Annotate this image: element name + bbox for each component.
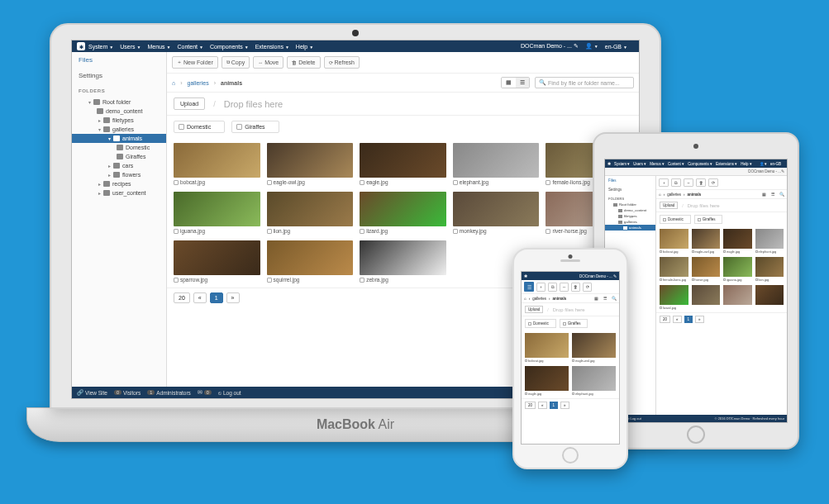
- file-item[interactable]: monkey.jpg: [453, 192, 540, 234]
- t-menu-menus[interactable]: Menus ▾: [650, 162, 665, 166]
- file-item[interactable]: [755, 285, 784, 310]
- checkbox[interactable]: [546, 229, 550, 234]
- menu-menus[interactable]: Menus▼: [148, 44, 171, 50]
- t-tree-filetypes[interactable]: filetypes: [605, 213, 655, 219]
- p-group-domestic[interactable]: Domestic: [525, 319, 556, 328]
- joomla-icon[interactable]: ✱: [607, 162, 611, 166]
- joomla-icon[interactable]: ✱: [524, 274, 527, 278]
- logout-link[interactable]: ⎋ Log out: [218, 390, 241, 396]
- p-search-icon[interactable]: 🔍: [612, 296, 617, 301]
- file-item[interactable]: [723, 285, 752, 310]
- checkbox[interactable]: [267, 180, 272, 185]
- home-icon[interactable]: ⌂: [659, 193, 661, 197]
- tablet-home-button[interactable]: [687, 426, 705, 444]
- file-item[interactable]: elephant.jpg: [453, 143, 540, 185]
- pager-next[interactable]: »: [226, 292, 240, 303]
- p-site[interactable]: DOCman Demo - ...: [579, 274, 612, 278]
- checkbox[interactable]: [360, 229, 364, 234]
- delete-button[interactable]: 🗑Delete: [287, 56, 320, 69]
- p-move-button[interactable]: ↔: [560, 283, 569, 292]
- view-site-link[interactable]: 🔗 View Site: [77, 389, 107, 396]
- file-item[interactable]: eagle.jpg: [525, 366, 569, 396]
- copy-button[interactable]: ⧉Copy: [222, 56, 250, 69]
- t-tree-galleries[interactable]: galleries: [605, 219, 655, 225]
- upload-button[interactable]: Upload: [174, 97, 205, 110]
- checkbox[interactable]: [453, 180, 458, 185]
- checkbox[interactable]: [236, 124, 242, 130]
- checkbox[interactable]: [267, 278, 272, 283]
- t-bc-galleries[interactable]: galleries: [667, 193, 681, 197]
- t-list-icon[interactable]: ☰: [771, 192, 774, 197]
- group-domestic[interactable]: Domestic: [174, 121, 225, 133]
- t-menu-users[interactable]: Users ▾: [633, 162, 646, 166]
- t-new-button[interactable]: ＋: [659, 178, 669, 187]
- file-item[interactable]: lizard.jpg: [360, 192, 446, 234]
- phone-home-button[interactable]: [562, 447, 579, 464]
- tree-filetypes[interactable]: ▸filetypes: [72, 116, 166, 125]
- p-copy-button[interactable]: ⧉: [548, 283, 557, 292]
- user-menu[interactable]: 👤▼: [585, 43, 598, 50]
- menu-system[interactable]: System▼: [88, 44, 113, 50]
- sidebar-tab-settings[interactable]: Settings: [72, 68, 166, 83]
- file-item[interactable]: horse.jpg: [692, 257, 721, 282]
- messages-count[interactable]: ✉ 0: [198, 389, 212, 396]
- p-pager-next[interactable]: »: [560, 402, 569, 409]
- menu-extensions[interactable]: Extensions▼: [255, 44, 289, 50]
- t-delete-button[interactable]: 🗑: [696, 178, 706, 187]
- checkbox[interactable]: [546, 180, 550, 185]
- t-pager-next[interactable]: »: [695, 316, 704, 323]
- checkbox[interactable]: [360, 180, 364, 185]
- t-tree-demo[interactable]: demo_content: [605, 207, 655, 213]
- breadcrumb-home-icon[interactable]: ⌂: [172, 80, 175, 86]
- file-item[interactable]: eagle.jpg: [360, 143, 446, 185]
- p-new-button[interactable]: ＋: [536, 283, 546, 292]
- tree-cars[interactable]: ▸cars: [72, 161, 166, 170]
- p-pager-prev[interactable]: «: [538, 402, 547, 409]
- search-input[interactable]: 🔍Find by file or folder name...: [535, 77, 634, 88]
- tree-root[interactable]: ▾Root folder: [72, 97, 166, 107]
- t-pager-prev[interactable]: «: [673, 316, 682, 323]
- tree-user-content[interactable]: ▸user_content: [72, 188, 166, 197]
- p-refresh-button[interactable]: ⟳: [583, 283, 592, 292]
- site-link[interactable]: DOCman Demo - ... ✎: [521, 43, 579, 50]
- p-grid-icon[interactable]: ▦: [594, 296, 598, 301]
- upload-area[interactable]: Upload / Drop files here: [167, 93, 639, 116]
- t-tab-settings[interactable]: Settings: [605, 185, 655, 194]
- t-menu-components[interactable]: Components ▾: [688, 162, 712, 166]
- file-item[interactable]: [692, 285, 721, 310]
- file-item[interactable]: lizard.jpg: [660, 285, 688, 310]
- tree-galleries[interactable]: ▾galleries: [72, 125, 166, 134]
- list-view-button[interactable]: ☰: [516, 78, 529, 88]
- menu-components[interactable]: Components▼: [210, 44, 249, 50]
- breadcrumb-galleries[interactable]: galleries: [188, 80, 209, 86]
- file-item[interactable]: squirrel.jpg: [267, 240, 354, 283]
- t-tree-root[interactable]: Root folder: [605, 202, 655, 207]
- new-folder-button[interactable]: ＋New Folder: [172, 56, 218, 69]
- tree-demo-content[interactable]: demo_content: [72, 107, 166, 116]
- checkbox[interactable]: [267, 229, 272, 234]
- t-user-menu[interactable]: 👤▾: [760, 162, 767, 166]
- t-lang[interactable]: en-GB: [770, 162, 781, 166]
- t-upload-row[interactable]: Upload / Drop files here: [656, 199, 787, 212]
- t-search-icon[interactable]: 🔍: [779, 192, 784, 197]
- file-item[interactable]: bobcat.jpg: [660, 229, 688, 254]
- menu-users[interactable]: Users▼: [120, 44, 141, 50]
- pager-prev[interactable]: «: [193, 292, 207, 303]
- t-menu-system[interactable]: System ▾: [614, 162, 630, 166]
- file-item[interactable]: elephant.jpg: [755, 229, 784, 254]
- file-item[interactable]: bobcat.jpg: [525, 333, 569, 363]
- t-page-size[interactable]: 20: [660, 316, 670, 323]
- tree-animals[interactable]: ▾animals: [72, 134, 166, 143]
- file-item[interactable]: eagle-owl.jpg: [692, 229, 721, 254]
- file-item[interactable]: iguana.jpg: [723, 257, 752, 282]
- home-icon[interactable]: ⌂: [524, 297, 526, 301]
- hamburger-icon[interactable]: ☰: [524, 282, 534, 292]
- file-item[interactable]: zebra.jpg: [360, 240, 446, 283]
- t-menu-help[interactable]: Help ▾: [741, 162, 752, 166]
- file-item[interactable]: sparrow.jpg: [174, 240, 260, 283]
- group-giraffes[interactable]: Giraffes: [231, 121, 279, 133]
- p-bc-galleries[interactable]: galleries: [532, 297, 546, 301]
- p-delete-button[interactable]: 🗑: [571, 283, 580, 292]
- file-item[interactable]: elephant.jpg: [572, 366, 616, 396]
- sidebar-tab-files[interactable]: Files: [72, 52, 166, 68]
